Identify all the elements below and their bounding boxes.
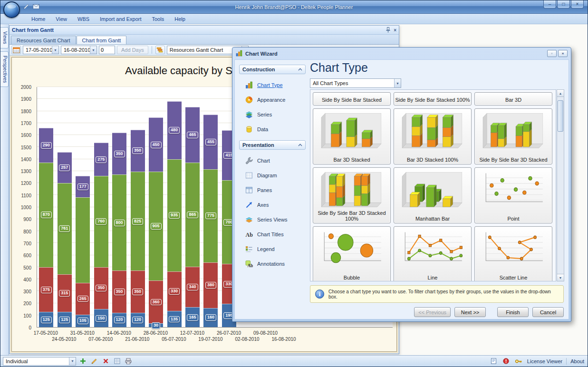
days-input[interactable] [99, 46, 115, 54]
titlebar[interactable]: Henrik John Brandt@PSO - Deltek People P… [0, 0, 588, 14]
scrollbar[interactable]: ▲ ▼ [557, 89, 564, 281]
chart-type-bar-3d-stacked[interactable]: Bar 3D Stacked [313, 108, 391, 164]
side-tab-perspectives[interactable]: Perspectives [0, 51, 9, 87]
bar-07-06-2010: 150350760275 [92, 87, 110, 327]
chart-type-bar-3d[interactable]: Bar 3D [474, 92, 552, 106]
grid-icon[interactable] [112, 357, 122, 366]
menu-wbs[interactable]: WBS [72, 15, 95, 23]
panel-close-icon[interactable]: × [394, 28, 396, 33]
bar-stack: 105265177 [76, 87, 90, 327]
calendar-icon[interactable] [11, 46, 21, 54]
menu-import-and-export[interactable]: Import and Export [95, 15, 146, 23]
chart-type-filter[interactable]: All Chart Types▼ [310, 78, 401, 88]
nav-item-series[interactable]: Series [245, 107, 306, 122]
x-tick-label: 26-07-2010 [217, 330, 241, 336]
scroll-down-arrow[interactable]: ▼ [557, 274, 564, 281]
appearance-icon [245, 96, 253, 104]
chart-type-side-by-side-bar-3d-stacked[interactable]: Side By Side Bar 3D Stacked [474, 108, 552, 164]
pin-icon[interactable] [386, 27, 390, 33]
chevron-down-icon[interactable]: ▼ [394, 79, 401, 87]
scroll-up-arrow[interactable]: ▲ [557, 90, 564, 97]
delete-icon[interactable] [101, 357, 110, 366]
bar-value-label: 380 [205, 282, 216, 289]
dialog-titlebar[interactable]: Chart Wizard ▫ × [232, 48, 571, 59]
nav-item-chart-titles[interactable]: AbChart Titles [245, 227, 306, 241]
alert-icon[interactable] [501, 357, 511, 366]
bar-value-label: 340 [187, 284, 198, 290]
dialog-close-button[interactable]: × [558, 50, 568, 57]
date-to-picker[interactable]: 16-08-2010▼ [61, 46, 97, 54]
gantt-chart-icon[interactable] [155, 46, 165, 54]
bar-segment: 165 [185, 307, 200, 327]
close-button[interactable]: × [571, 0, 584, 9]
chevron-down-icon[interactable]: ▼ [69, 357, 76, 365]
info-bar: i Choose a chart type you want to use. T… [310, 285, 564, 303]
dialog-restore-button[interactable]: ▫ [547, 50, 557, 57]
add-icon[interactable] [78, 357, 87, 366]
tab-resources-gantt-chart[interactable]: Resources Gantt Chart [11, 36, 76, 44]
bar-segment: 761 [58, 183, 72, 274]
key-icon[interactable] [514, 357, 523, 366]
chart-type-bar-3d-stacked-100[interactable]: Bar 3D Stacked 100% [394, 108, 472, 164]
nav-item-appearance[interactable]: Appearance [245, 92, 306, 107]
chart-type-bubble[interactable]: Bubble [313, 226, 391, 281]
next-button[interactable]: Next >> [454, 307, 486, 317]
bar-segment: 455 [203, 115, 218, 169]
report-icon[interactable] [489, 357, 499, 366]
date-from-picker[interactable]: 17-05-2010▼ [23, 46, 59, 54]
nav-item-chart-type[interactable]: Chart Type [245, 77, 306, 92]
app-orb-button[interactable] [3, 1, 20, 18]
nav-item-chart[interactable]: Chart [245, 153, 306, 168]
edit-icon[interactable] [89, 357, 99, 366]
tab-chart-from-gantt[interactable]: Chart from Gantt [77, 36, 127, 44]
y-tick-label: 600 [23, 253, 31, 258]
manhattan-thumbnail [397, 170, 468, 213]
chevron-down-icon[interactable]: ▼ [52, 46, 58, 54]
nav-group-presentation[interactable]: Presentation [239, 140, 306, 150]
license-viewer-link[interactable]: License Viewer [526, 358, 563, 364]
data-icon [245, 126, 253, 133]
chart-type-point[interactable]: Point [474, 167, 552, 223]
menu-view[interactable]: View [50, 15, 72, 23]
nav-item-diagram[interactable]: Diagram [245, 168, 306, 183]
nav-item-axes[interactable]: Axes [245, 197, 306, 212]
bar-segment: 905 [149, 172, 163, 280]
nav-group-construction[interactable]: Construction [239, 65, 306, 74]
scroll-thumb[interactable] [558, 100, 563, 132]
minimize-button[interactable]: – [543, 0, 556, 9]
chart-selector-value: Resources Gantt Chart [167, 47, 241, 53]
panel-tabs: Resources Gantt ChartChart from Gantt [10, 35, 399, 45]
nav-item-panes[interactable]: Panes [245, 183, 306, 197]
chevron-down-icon[interactable]: ▼ [90, 46, 96, 54]
side-tab-views[interactable]: Views [0, 27, 9, 48]
maximize-button[interactable]: □ [557, 0, 570, 9]
statusbar-separator [566, 358, 567, 365]
y-tick-label: 1700 [21, 120, 31, 126]
menu-home[interactable]: Home [26, 15, 50, 23]
cancel-button[interactable]: Cancel [532, 307, 564, 317]
bar-value-label: 125 [59, 317, 70, 323]
chart-type-label: Manhattan Bar [395, 216, 470, 222]
chart-type-side-by-side-bar-3d-stacked-100[interactable]: Side By Side Bar 3D Stacked 100% [313, 167, 391, 223]
nav-item-label: Diagram [257, 173, 277, 178]
add-days-button[interactable]: Add Days [117, 46, 148, 54]
chart-type-label: Point [476, 216, 551, 222]
menu-tools[interactable]: Tools [147, 15, 170, 23]
chart-type-manhattan-bar[interactable]: Manhattan Bar [394, 167, 472, 223]
menubar: HomeViewWBSImport and ExportToolsHelp [0, 14, 588, 24]
chart-type-scatter-line[interactable]: Scatter Line [474, 226, 552, 281]
nav-item-legend[interactable]: Legend [245, 241, 306, 256]
chart-type-side-by-side-bar-stacked[interactable]: Side By Side Bar Stacked [313, 92, 391, 106]
finish-button[interactable]: Finish [497, 307, 529, 317]
previous-button[interactable]: << Previous [414, 307, 451, 317]
chart-type-side-by-side-bar-stacked-100[interactable]: Side By Side Bar Stacked 100% [394, 92, 472, 106]
nav-item-data[interactable]: Data [245, 122, 306, 136]
mode-selector[interactable]: Individual▼ [3, 357, 76, 366]
menu-help[interactable]: Help [169, 15, 191, 23]
print-icon[interactable] [124, 357, 133, 366]
nav-item-annotations[interactable]: AbAnnotations [245, 256, 306, 271]
chart-type-line[interactable]: Line [394, 226, 472, 281]
bar-segment: 177 [76, 176, 90, 197]
about-link[interactable]: About [569, 358, 585, 364]
nav-item-series-views[interactable]: Series Views [245, 212, 306, 227]
